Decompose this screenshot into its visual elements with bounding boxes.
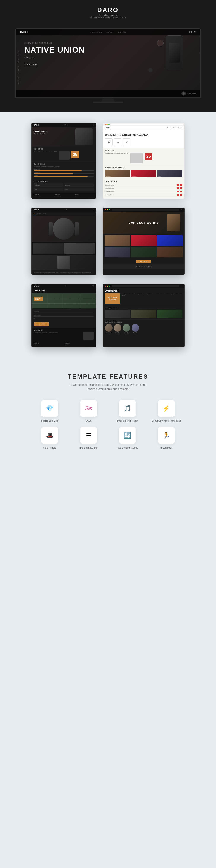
scroll-thumb[interactable]	[199, 38, 200, 53]
award-text-1: Best Design Agency	[105, 184, 177, 186]
load-more-btn[interactable]: LOAD MORE	[136, 260, 151, 263]
svc-text-1: UI Design	[35, 184, 62, 186]
feature-icon-bootstrap: 💎	[41, 400, 58, 417]
team-avatar-4	[132, 324, 139, 332]
watch-label: Diesel Watch	[187, 93, 196, 94]
url-bar-works	[112, 209, 179, 211]
contact-cta-btn[interactable]: CONTACT US	[34, 322, 49, 326]
award-bar-6	[180, 191, 182, 192]
what-desc: Working on what matters. We design and d…	[122, 293, 182, 296]
skill-bar-1	[34, 170, 94, 171]
about-text-light: We have been doing projects since 2008	[105, 153, 128, 154]
awards-section: OUR AWARDS Best Design Agency Top Portfo…	[103, 179, 184, 198]
skill-bar-3	[34, 177, 94, 177]
earphone-cord	[148, 68, 153, 72]
award-bar-3	[177, 187, 179, 189]
feature-bootstrap: 💎 bootstrap 4 Grid	[32, 400, 67, 422]
services-section-1: OUR SERVICES UI Design Branding Dev SEO	[32, 179, 96, 193]
what-section: What we make PROFITABLEWEBSITE Working o…	[103, 288, 184, 306]
logo-tagline1: Creative Ajax	[4, 14, 212, 16]
browser-dot-y	[107, 124, 108, 125]
award-bar-2	[180, 184, 182, 186]
greensock-icon: 🏃	[163, 432, 170, 439]
dot-y-a2	[107, 285, 108, 287]
avatar-img-4	[132, 324, 139, 332]
award-row-3: Creative Excellence	[105, 190, 182, 193]
mk-dot-3	[67, 124, 68, 125]
mk-nav-4: DARO ☰	[32, 284, 96, 288]
feature-greensock: 🏃 green sock	[149, 427, 184, 449]
form-field-message: Message	[34, 317, 94, 320]
tab-print[interactable]: Print	[43, 213, 45, 215]
about-row-light: We have been doing projects since 2008 2…	[105, 153, 182, 163]
dot-g-a2	[109, 285, 110, 287]
feature-icon-smooth: 🎵	[119, 400, 136, 417]
portfolio-label-1: Diesel Watch	[106, 176, 111, 177]
product-grid-1	[33, 243, 64, 254]
working-img-3	[157, 310, 182, 318]
url-bar-a2	[112, 285, 179, 287]
mk-nav-3: ✕	[103, 208, 184, 212]
agency-icon-1: ◎	[105, 138, 112, 146]
mk-product-title: Diesel Watch	[34, 130, 47, 133]
mockup-product: DARO ☰ All Digital Print	[31, 208, 96, 275]
work-item-3	[157, 235, 183, 246]
footer4-title-2: FOLLOW	[65, 342, 94, 344]
award-row-4: Innovation Award	[105, 193, 182, 196]
about-light-section: ABOUT US We have been doing projects sin…	[103, 148, 184, 165]
agency-hero: WE DIGITAL CREATIVE AGENCY ◎ ▭ ✓	[103, 130, 184, 148]
monitor-cta[interactable]: VIEW CASE	[25, 63, 38, 66]
feature-hamburger: ☰ menu hamburger	[71, 427, 106, 449]
about-row-1: We have been doing projects since 2008 2…	[34, 151, 94, 159]
skill-text-2: Development	[34, 172, 94, 173]
mk-dot-5	[66, 209, 67, 210]
monitor-headline: NATIVE UNION	[25, 46, 85, 54]
scroll-track	[199, 38, 200, 88]
feature-label-scroll-magic: scroll magic	[43, 446, 56, 449]
feature-smooth-scroll: 🎵 smooth scroll Plugin	[110, 400, 145, 422]
light-menu-2: About	[173, 127, 177, 129]
working-img-1	[105, 310, 130, 318]
mk-nav-menu-2: ☰	[93, 209, 94, 211]
mockups-row-2: DARO ☰ All Digital Print	[13, 208, 203, 275]
footer-col-1: CONTACT info@daro.com	[34, 194, 52, 198]
hiring-text: WE ARE HIRING	[105, 266, 182, 268]
portfolio-light-section: AWESOME PORTFOLIO Diesel Watch Diesel Wa…	[103, 165, 184, 179]
about-img-light	[130, 153, 143, 163]
portfolio-label-2: Diesel Watch	[132, 176, 137, 177]
agency-icon-3: ✓	[123, 138, 130, 146]
award-bars-4	[177, 194, 182, 196]
mockup-contact: DARO ☰ Contact Us New YorkOffice	[31, 284, 96, 347]
tab-digital[interactable]: Digital	[37, 213, 41, 215]
footer-title-1: CONTACT	[34, 194, 52, 195]
agency-title: WE DIGITAL CREATIVE AGENCY	[105, 133, 182, 136]
monitor-base	[93, 101, 123, 103]
field-label-email: Email Address	[34, 314, 94, 316]
award-text-4: Innovation Award	[105, 194, 177, 195]
works-hero-img	[167, 214, 180, 231]
work-item-2	[131, 235, 156, 246]
mk-dot-6	[65, 285, 66, 286]
skills-desc-1: We provide smart and flexible digital se…	[34, 166, 94, 167]
tab-all[interactable]: All	[34, 213, 35, 215]
monitor-bottom-bar: Diesel Watch	[16, 90, 200, 97]
about-footer-img	[83, 332, 94, 340]
mk-dots-1	[64, 124, 68, 125]
skill-item-1: Web Design	[34, 168, 94, 171]
award-bar-4	[180, 187, 182, 189]
award-bars-2	[177, 187, 182, 189]
footer4-text-1: info@daro.com	[34, 344, 63, 346]
product-desc-text: Discover our premium collection featurin…	[34, 272, 94, 273]
header: DARO Creative Ajax Showcase Portfolio Te…	[0, 0, 216, 24]
about-title-light: ABOUT US	[105, 150, 182, 152]
works-title: OUR BEST WORKS	[129, 221, 158, 224]
footer-title-2: ADDRESS	[55, 194, 73, 195]
avatar-img-3	[123, 324, 130, 332]
about-img-1	[59, 151, 70, 159]
contact-map: New YorkOffice	[32, 293, 96, 308]
monitor-subline: Britney Lee	[25, 57, 85, 59]
award-bar-1	[177, 184, 179, 186]
mockup-light-1: DARO Portfolio About Contact WE DIGITAL …	[103, 123, 185, 199]
about-section-1: ABOUT US We have been doing projects sin…	[32, 147, 96, 161]
mockups-row-1: DARO ☰ Diesel Watch Premium Collection A…	[13, 123, 203, 199]
